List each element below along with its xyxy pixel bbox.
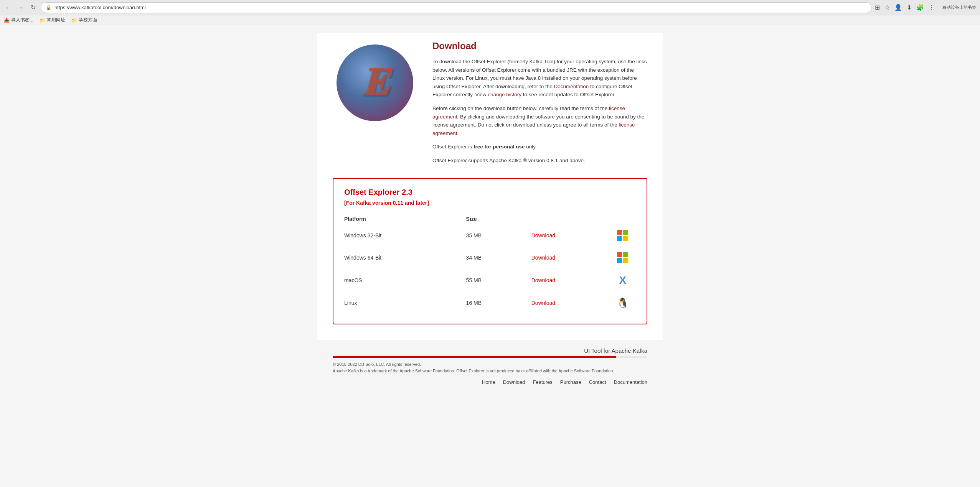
download-toolbar-icon[interactable]: ⬇ bbox=[907, 4, 912, 11]
back-button[interactable]: ← bbox=[4, 3, 13, 12]
footer-nav-link[interactable]: Home bbox=[482, 379, 495, 385]
download-link[interactable]: Download bbox=[531, 277, 555, 283]
footer-nav-link[interactable]: Download bbox=[503, 379, 525, 385]
footer-nav-link[interactable]: Contact bbox=[589, 379, 606, 385]
platform-name: Windows 32-Bit bbox=[344, 224, 466, 247]
trademark-line: Apache Kafka is a trademark of the Apach… bbox=[333, 368, 647, 375]
browser-chrome: ← → ↻ 🔒 https://www.kafkatool.com/downlo… bbox=[0, 0, 980, 15]
free-use-paragraph: Offset Explorer is free for personal use… bbox=[432, 143, 647, 151]
bookmark-icon[interactable]: ☆ bbox=[884, 4, 890, 11]
os-icon-cell bbox=[610, 247, 636, 269]
download-cell: Download bbox=[531, 269, 610, 292]
os-icon-cell: X bbox=[610, 269, 636, 292]
free-bold: free for personal use bbox=[474, 144, 525, 150]
footer-nav-link[interactable]: Purchase bbox=[560, 379, 581, 385]
folder-icon-1: 📁 bbox=[40, 18, 45, 23]
menu-icon[interactable]: ⋮ bbox=[929, 4, 935, 11]
download-cell: Download bbox=[531, 292, 610, 314]
platform-name: Windows 64-Bit bbox=[344, 247, 466, 269]
forward-button[interactable]: → bbox=[16, 3, 25, 12]
desc1c-text: to see recent updates to Offset Explorer… bbox=[521, 92, 615, 97]
desc2-end: . bbox=[457, 130, 459, 136]
windows-icon bbox=[617, 252, 629, 263]
table-row: Linux16 MBDownload🐧 bbox=[344, 292, 636, 314]
logo-section: 𝐄 bbox=[333, 41, 417, 121]
free-after: only. bbox=[525, 144, 537, 150]
footer-bar bbox=[333, 356, 647, 358]
download-box: Offset Explorer 2.3 [For Kafka version 0… bbox=[333, 178, 647, 324]
description-paragraph-1: To download the Offset Explorer (formerl… bbox=[432, 58, 647, 99]
download-link[interactable]: Download bbox=[531, 255, 555, 261]
os-icon-cell: 🐧 bbox=[610, 292, 636, 314]
macos-icon: X bbox=[619, 274, 627, 286]
folder-icon-2: 📁 bbox=[71, 18, 77, 23]
kafka-support-paragraph: Offset Explorer supports Apache Kafka ® … bbox=[432, 156, 647, 165]
account-icon[interactable]: 👤 bbox=[894, 4, 902, 11]
bookmark-import-label: 导入书签... bbox=[11, 17, 33, 23]
download-cell: Download bbox=[531, 247, 610, 269]
footer-nav-link[interactable]: Documentation bbox=[614, 379, 647, 385]
offset-explorer-title: Offset Explorer 2.3 bbox=[344, 188, 636, 197]
windows-icon bbox=[617, 230, 629, 241]
address-bar[interactable]: 🔒 https://www.kafkatool.com/download.htm… bbox=[41, 2, 872, 13]
extensions-icon[interactable]: ⊞ bbox=[875, 4, 880, 11]
lock-icon: 🔒 bbox=[46, 5, 51, 10]
content-section: Download To download the Offset Explorer… bbox=[432, 41, 647, 170]
download-link[interactable]: Download bbox=[531, 232, 555, 239]
page-title: Download bbox=[432, 41, 647, 51]
download-header bbox=[531, 214, 610, 224]
kafka-version-label: [For Kafka version 0.11 and later] bbox=[344, 200, 636, 206]
description-paragraph-2: Before clicking on the download button b… bbox=[432, 104, 647, 137]
import-icon: 📥 bbox=[4, 18, 10, 23]
os-icon-cell bbox=[610, 224, 636, 247]
platform-name: Linux bbox=[344, 292, 466, 314]
url-text: https://www.kafkatool.com/download.html bbox=[54, 5, 867, 10]
bookmark-school[interactable]: 📁 学校方面 bbox=[71, 17, 97, 23]
file-size: 34 MB bbox=[466, 247, 531, 269]
footer-nav-link[interactable]: Features bbox=[533, 379, 553, 385]
platform-table: Platform Size Windows 32-Bit35 MBDownloa… bbox=[344, 214, 636, 314]
toolbar-icons: ⊞ ☆ 👤 ⬇ 🧩 ⋮ 移动设备上的书签 bbox=[875, 4, 976, 11]
change-history-link[interactable]: change history bbox=[488, 92, 521, 97]
linux-icon: 🐧 bbox=[617, 297, 629, 309]
file-size: 55 MB bbox=[466, 269, 531, 292]
table-row: Windows 64-Bit34 MBDownload bbox=[344, 247, 636, 269]
mobile-bookmarks: 移动设备上的书签 bbox=[942, 5, 976, 10]
desc2-before: Before clicking on the download button b… bbox=[432, 105, 609, 111]
footer-nav: HomeDownloadFeaturesPurchaseContactDocum… bbox=[333, 379, 647, 385]
reload-button[interactable]: ↻ bbox=[28, 3, 38, 12]
copyright-line: © 2015-2022 DB Solo, LLC. All rights res… bbox=[333, 361, 647, 368]
bookmark-common-label: 常用网址 bbox=[47, 17, 65, 23]
free-before: Offset Explorer is bbox=[432, 144, 474, 150]
ui-tool-label: UI Tool for Apache Kafka bbox=[333, 347, 647, 354]
page-layout: 𝐄 Download To download the Offset Explor… bbox=[333, 41, 647, 170]
platform-name: macOS bbox=[344, 269, 466, 292]
file-size: 16 MB bbox=[466, 292, 531, 314]
bookmark-import[interactable]: 📥 导入书签... bbox=[4, 17, 33, 23]
icon-header bbox=[610, 214, 636, 224]
documentation-link[interactable]: Documentation bbox=[554, 84, 589, 89]
logo-letter: 𝐄 bbox=[362, 61, 388, 105]
page-content: 𝐄 Download To download the Offset Explor… bbox=[317, 33, 663, 340]
app-logo: 𝐄 bbox=[337, 44, 413, 121]
bookmark-common[interactable]: 📁 常用网址 bbox=[40, 17, 65, 23]
bookmarks-bar: 📥 导入书签... 📁 常用网址 📁 学校方面 bbox=[0, 15, 980, 25]
file-size: 35 MB bbox=[466, 224, 531, 247]
platform-header: Platform bbox=[344, 214, 466, 224]
footer-copyright: © 2015-2022 DB Solo, LLC. All rights res… bbox=[333, 361, 647, 375]
size-header: Size bbox=[466, 214, 531, 224]
desc2-after: . By clicking and downloading the softwa… bbox=[432, 114, 644, 128]
footer-section: UI Tool for Apache Kafka © 2015-2022 DB … bbox=[317, 347, 663, 397]
download-cell: Download bbox=[531, 224, 610, 247]
download-link[interactable]: Download bbox=[531, 300, 555, 306]
table-row: macOS55 MBDownloadX bbox=[344, 269, 636, 292]
extensions2-icon[interactable]: 🧩 bbox=[916, 4, 924, 11]
table-row: Windows 32-Bit35 MBDownload bbox=[344, 224, 636, 247]
bookmark-school-label: 学校方面 bbox=[79, 17, 97, 23]
